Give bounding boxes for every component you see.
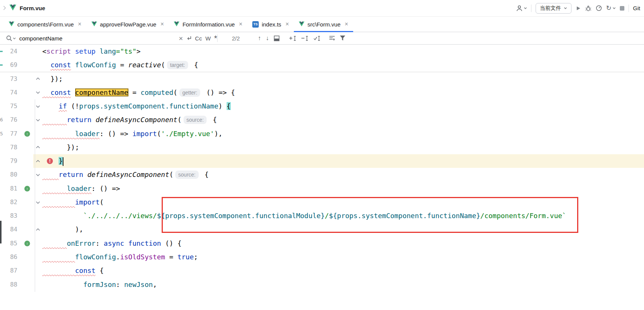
fold-toggle[interactable]	[33, 141, 42, 154]
code-line-85[interactable]: 85↑ onError: async function () {	[0, 237, 644, 250]
add-occurrence-icon[interactable]	[289, 36, 297, 41]
new-line-icon[interactable]	[186, 36, 192, 41]
remove-occurrence-icon[interactable]	[301, 36, 309, 41]
editor[interactable]: 24<script setup lang="ts">69 const flowC…	[0, 45, 644, 291]
select-all-occurrences-icon[interactable]	[314, 36, 321, 41]
fold-toggle[interactable]	[33, 182, 42, 195]
code-line-81[interactable]: 81↑ loader: () =>	[0, 182, 644, 195]
tab-forminformation-vue[interactable]: FormInformation.vue ×	[169, 17, 247, 32]
search-in-selection-icon[interactable]	[274, 36, 280, 41]
filter-icon[interactable]	[340, 36, 346, 41]
tab-close-icon[interactable]: ×	[161, 21, 164, 28]
git-menu[interactable]: Git	[633, 5, 640, 11]
fold-toggle[interactable]	[33, 195, 42, 209]
search-icon[interactable]	[6, 35, 16, 41]
code-line-82[interactable]: 82 import(	[0, 195, 644, 209]
implemented-marker-icon[interactable]: ↑	[25, 186, 30, 191]
whole-words-toggle[interactable]: W	[205, 35, 211, 42]
code-line-76[interactable]: 676 return defineAsyncComponent(source: …	[0, 113, 644, 127]
code-token: script	[46, 47, 71, 55]
run-configuration-dropdown[interactable]: 当前文件	[536, 3, 571, 14]
fold-toggle[interactable]	[33, 209, 42, 223]
code-text[interactable]: const {	[42, 264, 644, 277]
gutter-icon-cell	[17, 264, 33, 277]
run-button[interactable]	[576, 6, 581, 11]
code-text[interactable]: }!	[42, 154, 644, 168]
code-text[interactable]: });	[42, 72, 644, 86]
tab-close-icon[interactable]: ×	[78, 21, 81, 28]
code-line-24[interactable]: 24<script setup lang="ts">	[0, 45, 644, 58]
fold-toggle[interactable]	[33, 86, 42, 99]
edge-marker	[0, 72, 4, 86]
match-case-toggle[interactable]: Cc	[195, 35, 202, 42]
code-text[interactable]: loader: () =>	[42, 182, 644, 195]
code-text[interactable]: flowConfig.isOldSystem = true;	[42, 250, 644, 264]
code-line-87[interactable]: 87 const {	[0, 264, 644, 277]
fold-toggle[interactable]	[33, 127, 42, 141]
tab-approveflowpage-vue[interactable]: approveFlowPage.vue ×	[86, 17, 169, 32]
code-line-88[interactable]: 88 formJson: newJson,	[0, 278, 644, 291]
code-line-74[interactable]: 74 const componentName = computed(getter…	[0, 86, 644, 99]
previous-occurrence-icon[interactable]: ↑	[258, 35, 261, 42]
code-line-75[interactable]: 75 if (!props.systemComponent.functionNa…	[0, 99, 644, 113]
search-field[interactable]: componentName × Cc W *	[0, 35, 217, 42]
fold-toggle[interactable]	[33, 168, 42, 181]
code-text[interactable]: });	[42, 141, 644, 154]
fold-toggle[interactable]	[33, 278, 42, 291]
search-input[interactable]: componentName	[19, 35, 62, 42]
code-line-84[interactable]: 84 ),	[0, 223, 644, 236]
code-line-69[interactable]: 69 const flowConfig = reactive(target: {	[0, 58, 644, 72]
tab-close-icon[interactable]: ×	[239, 21, 242, 28]
implemented-marker-icon[interactable]: ↑	[25, 131, 30, 136]
code-line-78[interactable]: 78 });	[0, 141, 644, 154]
user-account-button[interactable]	[516, 5, 527, 12]
code-token: (	[169, 170, 173, 178]
fold-toggle[interactable]	[33, 154, 42, 168]
open-results-icon[interactable]	[329, 36, 335, 41]
code-text[interactable]: if (!props.systemComponent.functionName)…	[42, 99, 644, 113]
next-occurrence-icon[interactable]: ↓	[266, 35, 269, 42]
code-text[interactable]: return defineAsyncComponent(source: {	[42, 113, 644, 127]
code-text[interactable]: import(	[42, 195, 644, 209]
code-text[interactable]: formJson: newJson,	[42, 278, 644, 291]
tab-close-icon[interactable]: ×	[344, 21, 348, 28]
tab-src-form-vue-active[interactable]: src\Form.vue ×	[294, 17, 353, 32]
profiler-button[interactable]	[596, 5, 602, 11]
code-token: reactive	[128, 61, 161, 69]
rerun-button[interactable]: ↻	[606, 5, 616, 11]
code-text[interactable]: onError: async function () {	[42, 237, 644, 250]
fold-toggle[interactable]	[33, 237, 42, 250]
fold-toggle[interactable]	[33, 113, 42, 127]
fold-toggle[interactable]	[33, 72, 42, 86]
implemented-marker-icon[interactable]: ↑	[25, 240, 30, 246]
gutter-icon-cell	[17, 86, 33, 99]
tab-index-ts[interactable]: TS index.ts ×	[247, 17, 294, 32]
fold-toggle[interactable]	[33, 264, 42, 277]
tab-components-form-vue[interactable]: components\Form.vue ×	[4, 17, 86, 32]
code-line-83[interactable]: 83 `./../../../views/${props.systemCompo…	[0, 209, 644, 223]
fold-toggle[interactable]	[33, 58, 42, 72]
chevron-down-icon	[524, 7, 527, 9]
clear-search-icon[interactable]: ×	[179, 35, 183, 42]
code-line-86[interactable]: 86 flowConfig.isOldSystem = true;	[0, 250, 644, 264]
fold-toggle[interactable]	[33, 250, 42, 264]
code-line-77[interactable]: 577↑ loader: () => import('./Empty.vue')…	[0, 127, 644, 141]
code-text[interactable]: const componentName = computed(getter: (…	[42, 86, 644, 99]
code-text[interactable]: const flowConfig = reactive(target: {	[42, 58, 644, 72]
fold-toggle[interactable]	[33, 45, 42, 58]
tab-close-icon[interactable]: ×	[286, 21, 289, 28]
debug-button[interactable]	[585, 5, 591, 11]
code-line-80[interactable]: 80 return defineAsyncComponent(source: {	[0, 168, 644, 181]
code-text[interactable]: return defineAsyncComponent(source: {	[42, 168, 644, 181]
code-line-79[interactable]: 79 }!	[0, 154, 644, 168]
fold-toggle[interactable]	[33, 99, 42, 113]
error-icon[interactable]: !	[47, 158, 53, 164]
stop-button[interactable]	[620, 6, 624, 11]
code-text[interactable]: ),	[42, 223, 644, 236]
code-line-73[interactable]: 73 });	[0, 72, 644, 86]
fold-toggle[interactable]	[33, 223, 42, 236]
code-text[interactable]: loader: () => import('./Empty.vue'),	[42, 127, 644, 141]
code-text[interactable]: `./../../../views/${props.systemComponen…	[42, 209, 644, 223]
code-text[interactable]: <script setup lang="ts">	[42, 45, 644, 58]
regex-toggle[interactable]: *	[214, 36, 217, 40]
